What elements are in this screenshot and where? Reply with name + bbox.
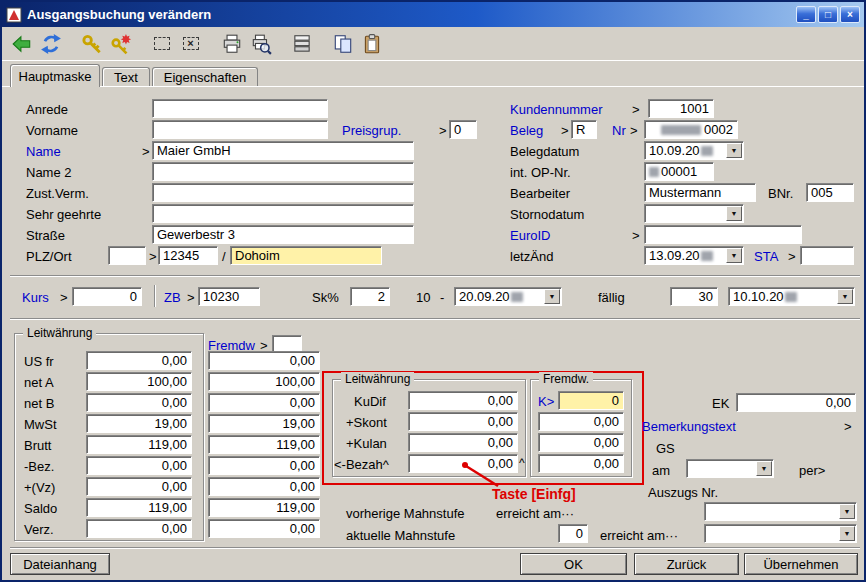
preisgrup-input[interactable]: 0 [449, 120, 477, 139]
dropdown-button[interactable]: ▼ [544, 289, 560, 304]
amount-leit-input[interactable]: 0,00 [86, 519, 192, 538]
amount-leit-input[interactable]: 0,00 [86, 456, 192, 475]
amount-row-label: MwSt [24, 417, 57, 432]
amount-leit-input[interactable]: 100,00 [86, 372, 192, 391]
amount-fremd-input[interactable]: 0,00 [208, 456, 320, 475]
zb-input[interactable]: 10230 [198, 287, 260, 306]
plz-ort-separator: / [222, 249, 226, 264]
kudif-input[interactable]: 0,00 [408, 391, 518, 410]
faellig-date-combobox[interactable]: 10.10.20 ▼ [728, 287, 855, 306]
bearbeiter-input[interactable]: Mustermann [644, 183, 756, 202]
sehr-geehrte-input[interactable] [152, 204, 414, 223]
skont-fremd-input[interactable]: 0,00 [538, 412, 624, 431]
close-button[interactable]: × [840, 6, 860, 23]
refresh-button[interactable] [37, 30, 64, 57]
skonto-date-combobox[interactable]: 20.09.20 ▼ [454, 287, 562, 306]
annotation-arrow [452, 458, 500, 488]
euroid-input[interactable] [644, 225, 802, 244]
name2-input[interactable] [152, 162, 414, 181]
beleg-input[interactable]: R [571, 120, 597, 139]
dropdown-button[interactable]: ▼ [756, 461, 772, 476]
belegdatum-combobox[interactable]: 10.09.20 ▼ [644, 141, 744, 160]
preisgrup-arrow: > [439, 123, 447, 138]
print-preview-button[interactable] [247, 30, 274, 57]
amount-fremd-input[interactable]: 0,00 [208, 393, 320, 412]
ek-input[interactable]: 0,00 [736, 393, 856, 412]
bnr-input[interactable]: 005 [806, 183, 854, 202]
amount-leit-input[interactable]: 19,00 [86, 414, 192, 433]
opnr-input[interactable]: 00001 [644, 162, 714, 181]
skonto-label: Sk% [312, 290, 339, 305]
key-new-button[interactable] [107, 30, 134, 57]
dropdown-button[interactable]: ▼ [837, 289, 853, 304]
anrede-label: Anrede [26, 102, 68, 117]
bezah-fremd-input[interactable]: 0,00 [538, 454, 624, 473]
vorname-input[interactable] [152, 120, 328, 139]
am-combobox[interactable]: ▼ [686, 459, 774, 478]
mahn-prev-date-combobox[interactable]: ▼ [704, 502, 857, 521]
kurs-input[interactable]: 0 [72, 287, 142, 306]
amount-leit-input[interactable]: 119,00 [86, 498, 192, 517]
plz-input[interactable]: 12345 [158, 246, 218, 265]
ok-button[interactable]: OK [520, 553, 627, 575]
faellig-tage-input[interactable]: 30 [670, 287, 718, 306]
paste-button[interactable] [358, 30, 385, 57]
name-input[interactable]: Maier GmbH [152, 141, 414, 160]
tab-eigenschaften[interactable]: Eigenschaften [152, 67, 258, 87]
dash-label: - [440, 290, 444, 305]
stornodatum-combobox[interactable]: ▼ [644, 204, 744, 223]
k-input[interactable]: 0 [558, 391, 624, 410]
amount-fremd-input[interactable]: 100,00 [208, 372, 320, 391]
print-queue-button[interactable] [288, 30, 315, 57]
amount-fremd-input[interactable]: 119,00 [208, 435, 320, 454]
select-region-button[interactable] [148, 30, 175, 57]
delete-region-icon: × [183, 37, 199, 50]
dropdown-button[interactable]: ▼ [726, 206, 742, 221]
amount-leit-input[interactable]: 0,00 [86, 393, 192, 412]
uebernehmen-button[interactable]: Übernehmen [744, 553, 858, 575]
kundennummer-input[interactable]: 1001 [648, 99, 714, 118]
amount-fremd-input[interactable]: 19,00 [208, 414, 320, 433]
amount-fremd-input[interactable]: 0,00 [208, 519, 320, 538]
skont-leit-input[interactable]: 0,00 [408, 412, 518, 431]
print-button[interactable] [218, 30, 245, 57]
zurueck-button[interactable]: Zurück [634, 553, 739, 575]
amount-leit-input[interactable]: 0,00 [86, 477, 192, 496]
kulan-fremd-input[interactable]: 0,00 [538, 433, 624, 452]
nr-input[interactable]: 0002 [644, 120, 738, 139]
mahn-akt-input[interactable]: 0 [558, 524, 588, 543]
zustverm-input[interactable] [152, 183, 414, 202]
amount-row-label: net B [24, 396, 54, 411]
dropdown-button[interactable]: ▼ [726, 143, 742, 158]
print-queue-icon [291, 33, 313, 55]
dropdown-button[interactable]: ▼ [726, 248, 742, 263]
titlebar[interactable]: Ausgangsbuchung verändern _ □ × [2, 2, 864, 27]
minimize-button[interactable]: _ [796, 6, 816, 23]
key-button[interactable] [78, 30, 105, 57]
sta-input[interactable] [800, 246, 854, 265]
tab-text[interactable]: Text [102, 67, 150, 87]
amount-fremd-input[interactable]: 0,00 [208, 477, 320, 496]
strasse-input[interactable]: Gewerbestr 3 [152, 225, 414, 244]
delete-region-button[interactable]: × [177, 30, 204, 57]
ort-input[interactable]: Dohoim [230, 246, 382, 265]
ek-label: EK [712, 396, 729, 411]
dropdown-button[interactable]: ▼ [839, 504, 855, 519]
redacted-blur [701, 251, 713, 261]
mahn-akt-date-combobox[interactable]: ▼ [704, 524, 857, 543]
dropdown-button[interactable]: ▼ [839, 526, 855, 541]
kulan-leit-input[interactable]: 0,00 [408, 433, 518, 452]
skonto-input[interactable]: 2 [350, 287, 390, 306]
amount-fremd-input[interactable]: 0,00 [208, 351, 320, 370]
amount-leit-input[interactable]: 119,00 [86, 435, 192, 454]
dateianhang-button[interactable]: Dateianhang [10, 553, 110, 575]
letzaend-combobox[interactable]: 13.09.20 ▼ [644, 246, 744, 265]
plz-prefix-input[interactable] [108, 246, 146, 265]
maximize-button[interactable]: □ [818, 6, 838, 23]
anrede-input[interactable] [152, 99, 328, 118]
tab-hauptmaske[interactable]: Hauptmaske [10, 64, 100, 87]
copy-button[interactable] [329, 30, 356, 57]
back-button[interactable] [8, 30, 35, 57]
amount-leit-input[interactable]: 0,00 [86, 351, 192, 370]
amount-fremd-input[interactable]: 119,00 [208, 498, 320, 517]
